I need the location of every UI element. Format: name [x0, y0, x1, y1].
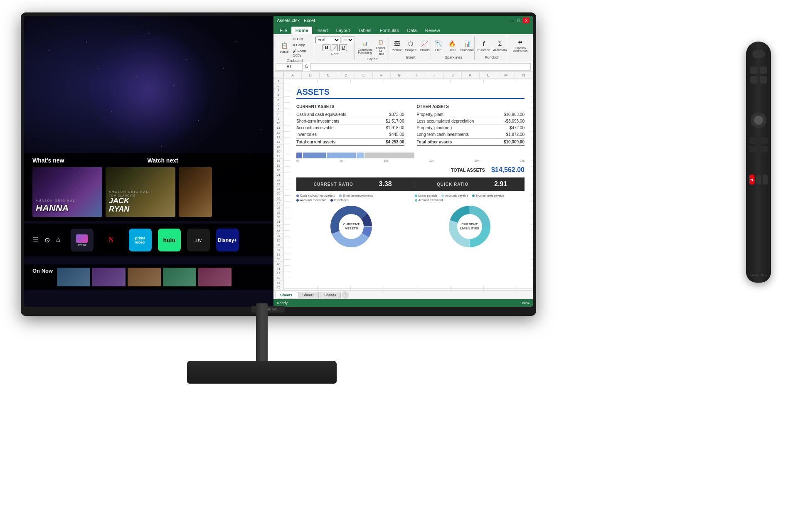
maximize-button[interactable]: □: [515, 17, 522, 23]
thumb-4[interactable]: [163, 268, 196, 286]
remote-nav-btn-3[interactable]: [749, 146, 758, 153]
legend-shortterm-label: Short-term investments: [343, 194, 373, 197]
disney-icon[interactable]: Disney+: [216, 229, 239, 251]
monitor-stand-base: [187, 361, 337, 384]
movie-card-hanna[interactable]: AMAZON ORIGINAL HANNA: [32, 167, 102, 217]
line-button[interactable]: 📉 Line: [432, 38, 445, 53]
expand-button[interactable]: ⬌ Expand /contraction: [512, 37, 528, 53]
paste-button[interactable]: 📋 Paste: [278, 40, 291, 54]
function-label: Function: [478, 48, 490, 52]
sheet1-tab[interactable]: Sheet1: [276, 292, 297, 298]
remote-btn-4[interactable]: [760, 76, 767, 84]
status-text: Ready: [277, 301, 288, 305]
remote-extra-button[interactable]: [763, 175, 768, 185]
font-size-select[interactable]: 11: [342, 37, 354, 43]
row-18: 18: [273, 159, 283, 163]
charts-button[interactable]: 📈 Charts: [419, 38, 431, 53]
outcome-label: Outcome: [461, 48, 474, 52]
inventories-label: Inventories: [296, 132, 317, 137]
thumb-2[interactable]: [92, 268, 126, 286]
underline-button[interactable]: U: [339, 44, 347, 51]
autosum-button[interactable]: Σ AutoSum: [492, 38, 507, 53]
longterm-value: $1,972.00: [506, 132, 525, 137]
remote-btn-2[interactable]: [760, 66, 767, 74]
tab-layout[interactable]: Layout: [332, 27, 354, 34]
remote-power-button[interactable]: [752, 50, 765, 58]
outcome-button[interactable]: 📊 Outcome: [460, 38, 475, 53]
row-37: 37: [273, 248, 283, 252]
minimize-button[interactable]: —: [508, 17, 515, 23]
bold-button[interactable]: B: [323, 44, 330, 51]
picture-button[interactable]: 🖼 Picture: [391, 38, 403, 53]
current-liabilities-pie-container: CURRENTLIABILITIES: [415, 204, 525, 249]
prime-video-icon[interactable]: primevideo: [129, 229, 152, 251]
netflix-icon[interactable]: N: [100, 229, 123, 251]
heat-button[interactable]: 🔥 Heat: [446, 38, 458, 53]
row-4: 4: [273, 93, 283, 98]
spreadsheet-content[interactable]: ASSETS CURRENT ASSETS Cash and cash equi…: [284, 79, 533, 290]
copy-button[interactable]: ⧉ Copy: [292, 42, 311, 48]
row-45: 45: [273, 285, 283, 290]
legend-income-taxes: Income taxes payable: [472, 194, 504, 197]
zoom-level: 100%: [520, 301, 530, 305]
menu-icon[interactable]: ☰: [32, 236, 38, 244]
formula-input[interactable]: [310, 63, 531, 71]
close-button[interactable]: ✕: [523, 17, 530, 23]
tab-file[interactable]: File: [276, 27, 291, 34]
sheet2-tab[interactable]: Sheet2: [298, 292, 319, 298]
nav-icons: ☰ ⊙ ⌂: [32, 236, 60, 244]
appletv-icon[interactable]:  tv: [187, 229, 210, 251]
remote-btn-3[interactable]: [750, 76, 758, 84]
legend-inventories-dot: [330, 199, 333, 202]
name-box[interactable]: [276, 63, 303, 71]
appletv-label:  tv: [195, 238, 202, 243]
depreciation-value: -$3,098.00: [505, 119, 525, 123]
format-table-button[interactable]: 📋 Format asTable: [374, 37, 387, 56]
remote-center-button[interactable]: [754, 116, 763, 125]
bar-inventories: [357, 153, 364, 158]
cut-button[interactable]: ✂ Cut: [292, 37, 311, 42]
font-family-select[interactable]: Arial: [315, 37, 340, 43]
conditional-format-button[interactable]: 📊 ConditionalFormatting: [357, 38, 372, 55]
remote-netflix-button[interactable]: N: [749, 175, 754, 185]
tab-data[interactable]: Data: [403, 27, 421, 34]
function-button[interactable]: f Function: [477, 38, 491, 53]
samsung-tv-plus-icon[interactable]: TV Plus: [71, 229, 94, 251]
remote-usb-button[interactable]: [756, 175, 761, 185]
tab-insert[interactable]: Insert: [312, 27, 332, 34]
movie-card-jackryan[interactable]: AMAZON ORIGINAL TOM CLANCY'S JACKRYAN: [106, 167, 175, 217]
tab-home[interactable]: Home: [291, 27, 313, 34]
search-icon[interactable]: ⊙: [44, 236, 50, 244]
tab-formulas[interactable]: Formulas: [376, 27, 403, 34]
row-numbers: 1 2 3 4 5 6 7 8 9 10 11 12 13 14 15 16 1: [273, 79, 284, 290]
legend-accrued-label: Accrued retirement: [419, 199, 443, 202]
thumb-3[interactable]: [128, 268, 161, 286]
autosum-label: AutoSum: [493, 48, 507, 52]
tab-review[interactable]: Review: [421, 27, 444, 34]
remote-nav-btn-4[interactable]: [760, 146, 768, 153]
tab-tables[interactable]: Tables: [354, 27, 376, 34]
remote-btn-1[interactable]: [750, 66, 758, 74]
format-copy-button[interactable]: 🖌 Form Copy: [292, 49, 311, 58]
function-group-label: Function: [485, 55, 500, 59]
sheet-tabs: Sheet1 Sheet2 Sheet3 +: [273, 290, 533, 299]
cash-label: Cash and cash equivalents: [296, 112, 346, 117]
home-icon[interactable]: ⌂: [56, 236, 60, 244]
col-c: C: [320, 71, 337, 79]
remote-nav-btn-2[interactable]: [760, 137, 768, 144]
shapes-button[interactable]: ⬡ Shapes: [404, 38, 417, 53]
italic-button[interactable]: I: [332, 44, 338, 51]
samsung-icon-inner: [76, 234, 88, 243]
remote-nav-buttons: [749, 137, 768, 153]
ribbon-clipboard-group: 📋 Paste ✂ Cut ⧉ Copy 🖌 Form Copy Clipboa…: [276, 36, 314, 60]
sheet3-tab[interactable]: Sheet3: [320, 292, 341, 298]
movie-card-partial[interactable]: [179, 167, 212, 217]
thumb-5[interactable]: [198, 268, 232, 286]
hulu-icon[interactable]: hulu: [158, 229, 181, 251]
remote-nav-btn-1[interactable]: [749, 137, 758, 144]
paste-label: Paste: [280, 50, 288, 54]
add-sheet-button[interactable]: +: [342, 291, 349, 299]
shapes-icon: ⬡: [406, 39, 415, 48]
thumb-1[interactable]: [57, 268, 90, 286]
cut-copy-buttons: ✂ Cut ⧉ Copy 🖌 Form Copy: [292, 37, 311, 58]
